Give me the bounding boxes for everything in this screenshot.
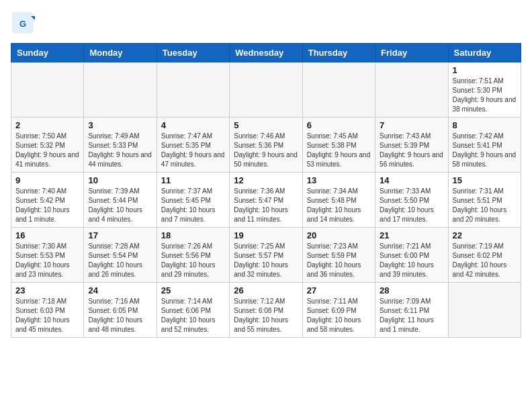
- day-info: Sunrise: 7:39 AM Sunset: 5:44 PM Dayligh…: [88, 187, 152, 224]
- day-info: Sunrise: 7:19 AM Sunset: 6:02 PM Dayligh…: [453, 242, 517, 279]
- weekday-header: Wednesday: [230, 44, 302, 62]
- day-number: 1: [453, 65, 517, 75]
- calendar-cell: [157, 62, 229, 118]
- calendar-cell: 26Sunrise: 7:12 AM Sunset: 6:08 PM Dayli…: [230, 283, 302, 338]
- calendar-cell: [375, 62, 448, 118]
- calendar-cell: 15Sunrise: 7:31 AM Sunset: 5:51 PM Dayli…: [448, 173, 521, 228]
- calendar-cell: 12Sunrise: 7:36 AM Sunset: 5:47 PM Dayli…: [230, 173, 302, 228]
- day-info: Sunrise: 7:26 AM Sunset: 5:56 PM Dayligh…: [161, 242, 225, 279]
- day-info: Sunrise: 7:37 AM Sunset: 5:45 PM Dayligh…: [161, 187, 225, 224]
- day-info: Sunrise: 7:09 AM Sunset: 6:11 PM Dayligh…: [380, 297, 443, 334]
- calendar-cell: 27Sunrise: 7:11 AM Sunset: 6:09 PM Dayli…: [302, 283, 375, 338]
- day-info: Sunrise: 7:49 AM Sunset: 5:33 PM Dayligh…: [88, 132, 152, 169]
- calendar-cell: 25Sunrise: 7:14 AM Sunset: 6:06 PM Dayli…: [157, 283, 229, 338]
- weekday-header: Monday: [84, 44, 157, 62]
- day-number: 20: [307, 230, 371, 240]
- day-number: 26: [234, 285, 298, 295]
- day-number: 4: [161, 120, 225, 130]
- day-number: 28: [380, 285, 443, 295]
- day-number: 2: [15, 120, 79, 130]
- day-number: 9: [15, 175, 79, 185]
- calendar-header-row: SundayMondayTuesdayWednesdayThursdayFrid…: [11, 44, 521, 62]
- day-info: Sunrise: 7:36 AM Sunset: 5:47 PM Dayligh…: [234, 187, 298, 224]
- calendar-cell: 3Sunrise: 7:49 AM Sunset: 5:33 PM Daylig…: [84, 118, 157, 173]
- day-info: Sunrise: 7:23 AM Sunset: 5:59 PM Dayligh…: [307, 242, 371, 279]
- day-number: 27: [307, 285, 371, 295]
- weekday-header: Sunday: [11, 44, 84, 62]
- calendar-week-row: 23Sunrise: 7:18 AM Sunset: 6:03 PM Dayli…: [11, 283, 521, 338]
- day-number: 16: [15, 230, 79, 240]
- day-info: Sunrise: 7:14 AM Sunset: 6:06 PM Dayligh…: [161, 297, 225, 334]
- calendar-cell: 28Sunrise: 7:09 AM Sunset: 6:11 PM Dayli…: [375, 283, 448, 338]
- day-info: Sunrise: 7:42 AM Sunset: 5:41 PM Dayligh…: [453, 132, 517, 169]
- day-number: 14: [380, 175, 443, 185]
- day-number: 17: [88, 230, 152, 240]
- day-info: Sunrise: 7:40 AM Sunset: 5:42 PM Dayligh…: [15, 187, 79, 224]
- day-info: Sunrise: 7:50 AM Sunset: 5:32 PM Dayligh…: [15, 132, 79, 169]
- weekday-header: Thursday: [302, 44, 375, 62]
- day-number: 15: [453, 175, 517, 185]
- calendar-week-row: 2Sunrise: 7:50 AM Sunset: 5:32 PM Daylig…: [11, 118, 521, 173]
- day-info: Sunrise: 7:28 AM Sunset: 5:54 PM Dayligh…: [88, 242, 152, 279]
- day-info: Sunrise: 7:21 AM Sunset: 6:00 PM Dayligh…: [380, 242, 443, 279]
- day-info: Sunrise: 7:47 AM Sunset: 5:35 PM Dayligh…: [161, 132, 225, 169]
- day-info: Sunrise: 7:43 AM Sunset: 5:39 PM Dayligh…: [380, 132, 443, 169]
- calendar-cell: 18Sunrise: 7:26 AM Sunset: 5:56 PM Dayli…: [157, 228, 229, 283]
- day-info: Sunrise: 7:16 AM Sunset: 6:05 PM Dayligh…: [88, 297, 152, 334]
- calendar-cell: 24Sunrise: 7:16 AM Sunset: 6:05 PM Dayli…: [84, 283, 157, 338]
- day-number: 18: [161, 230, 225, 240]
- calendar-week-row: 1Sunrise: 7:51 AM Sunset: 5:30 PM Daylig…: [11, 62, 521, 118]
- day-number: 21: [380, 230, 443, 240]
- day-number: 5: [234, 120, 298, 130]
- day-info: Sunrise: 7:18 AM Sunset: 6:03 PM Dayligh…: [15, 297, 79, 334]
- day-number: 13: [307, 175, 371, 185]
- calendar-cell: 17Sunrise: 7:28 AM Sunset: 5:54 PM Dayli…: [84, 228, 157, 283]
- calendar-cell: 7Sunrise: 7:43 AM Sunset: 5:39 PM Daylig…: [375, 118, 448, 173]
- calendar-cell: [230, 62, 302, 118]
- calendar-cell: 19Sunrise: 7:25 AM Sunset: 5:57 PM Dayli…: [230, 228, 302, 283]
- calendar-cell: 10Sunrise: 7:39 AM Sunset: 5:44 PM Dayli…: [84, 173, 157, 228]
- day-number: 12: [234, 175, 298, 185]
- calendar-cell: 13Sunrise: 7:34 AM Sunset: 5:48 PM Dayli…: [302, 173, 375, 228]
- calendar-cell: 4Sunrise: 7:47 AM Sunset: 5:35 PM Daylig…: [157, 118, 229, 173]
- weekday-header: Tuesday: [157, 44, 229, 62]
- calendar-cell: 5Sunrise: 7:46 AM Sunset: 5:36 PM Daylig…: [230, 118, 302, 173]
- calendar-cell: 1Sunrise: 7:51 AM Sunset: 5:30 PM Daylig…: [448, 62, 521, 118]
- day-info: Sunrise: 7:11 AM Sunset: 6:09 PM Dayligh…: [307, 297, 371, 334]
- calendar-cell: 16Sunrise: 7:30 AM Sunset: 5:53 PM Dayli…: [11, 228, 84, 283]
- calendar-week-row: 9Sunrise: 7:40 AM Sunset: 5:42 PM Daylig…: [11, 173, 521, 228]
- day-number: 24: [88, 285, 152, 295]
- calendar-cell: [11, 62, 84, 118]
- day-info: Sunrise: 7:31 AM Sunset: 5:51 PM Dayligh…: [453, 187, 517, 224]
- calendar-cell: 9Sunrise: 7:40 AM Sunset: 5:42 PM Daylig…: [11, 173, 84, 228]
- logo: G: [11, 11, 38, 35]
- calendar-cell: 2Sunrise: 7:50 AM Sunset: 5:32 PM Daylig…: [11, 118, 84, 173]
- day-number: 22: [453, 230, 517, 240]
- calendar-table: SundayMondayTuesdayWednesdayThursdayFrid…: [11, 43, 521, 338]
- weekday-header: Friday: [375, 44, 448, 62]
- day-info: Sunrise: 7:25 AM Sunset: 5:57 PM Dayligh…: [234, 242, 298, 279]
- day-number: 8: [453, 120, 517, 130]
- day-info: Sunrise: 7:33 AM Sunset: 5:50 PM Dayligh…: [380, 187, 443, 224]
- day-number: 10: [88, 175, 152, 185]
- calendar-cell: 20Sunrise: 7:23 AM Sunset: 5:59 PM Dayli…: [302, 228, 375, 283]
- day-number: 7: [380, 120, 443, 130]
- calendar-cell: 23Sunrise: 7:18 AM Sunset: 6:03 PM Dayli…: [11, 283, 84, 338]
- day-number: 6: [307, 120, 371, 130]
- calendar-cell: 6Sunrise: 7:45 AM Sunset: 5:38 PM Daylig…: [302, 118, 375, 173]
- day-info: Sunrise: 7:46 AM Sunset: 5:36 PM Dayligh…: [234, 132, 298, 169]
- day-info: Sunrise: 7:51 AM Sunset: 5:30 PM Dayligh…: [453, 77, 517, 114]
- day-number: 19: [234, 230, 298, 240]
- day-info: Sunrise: 7:34 AM Sunset: 5:48 PM Dayligh…: [307, 187, 371, 224]
- calendar-week-row: 16Sunrise: 7:30 AM Sunset: 5:53 PM Dayli…: [11, 228, 521, 283]
- calendar-cell: 21Sunrise: 7:21 AM Sunset: 6:00 PM Dayli…: [375, 228, 448, 283]
- calendar-cell: 14Sunrise: 7:33 AM Sunset: 5:50 PM Dayli…: [375, 173, 448, 228]
- calendar-cell: 22Sunrise: 7:19 AM Sunset: 6:02 PM Dayli…: [448, 228, 521, 283]
- day-info: Sunrise: 7:12 AM Sunset: 6:08 PM Dayligh…: [234, 297, 298, 334]
- calendar-cell: [302, 62, 375, 118]
- logo-icon: G: [11, 11, 35, 35]
- calendar-cell: 8Sunrise: 7:42 AM Sunset: 5:41 PM Daylig…: [448, 118, 521, 173]
- header: G: [11, 11, 521, 35]
- day-info: Sunrise: 7:45 AM Sunset: 5:38 PM Dayligh…: [307, 132, 371, 169]
- day-number: 23: [15, 285, 79, 295]
